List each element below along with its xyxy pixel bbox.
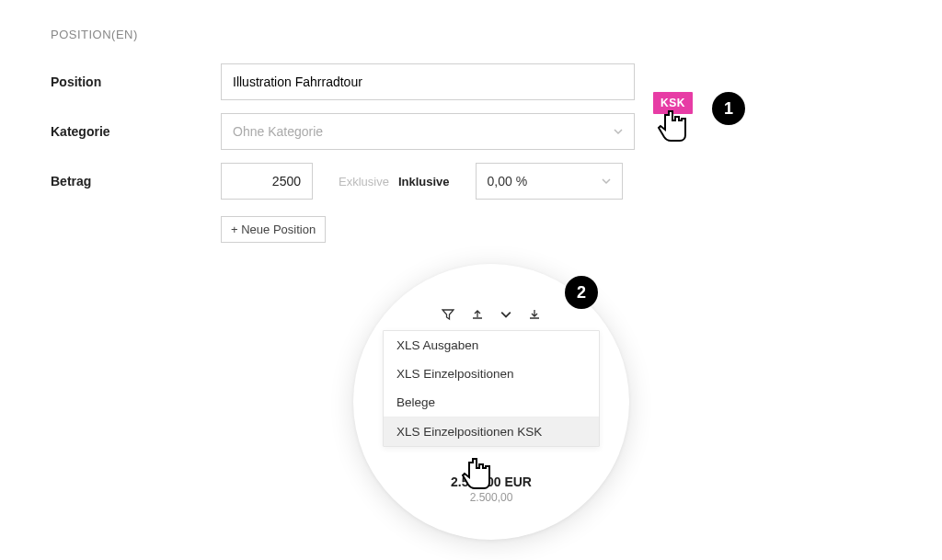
menu-item-xls-ausgaben[interactable]: XLS Ausgaben: [384, 331, 599, 360]
menu-item-xls-ksk[interactable]: XLS Einzelpositionen KSK: [384, 417, 599, 446]
total-primary: 2.500,00 EUR: [383, 474, 600, 489]
annotation-step-2: 2: [565, 276, 598, 309]
filter-icon[interactable]: [442, 308, 454, 321]
chevron-down-icon: [602, 174, 611, 189]
download-icon[interactable]: [528, 308, 541, 321]
tax-exclusive-toggle[interactable]: Exklusive: [339, 175, 389, 189]
section-header: POSITION(EN): [51, 28, 942, 41]
row-amount: Betrag Exklusive Inklusive 0,00 %: [51, 163, 942, 200]
row-add: + Neue Position: [221, 216, 942, 243]
label-position: Position: [51, 74, 221, 89]
annotation-step-1: 1: [712, 92, 745, 125]
total-secondary: 2.500,00: [383, 491, 600, 504]
chevron-down-icon[interactable]: [500, 309, 511, 320]
menu-item-xls-einzel[interactable]: XLS Einzelpositionen: [384, 360, 599, 388]
label-category: Kategorie: [51, 124, 221, 139]
row-position: Position: [51, 63, 942, 100]
position-input[interactable]: [221, 63, 635, 100]
add-position-button[interactable]: + Neue Position: [221, 216, 326, 243]
category-placeholder: Ohne Kategorie: [233, 124, 323, 139]
amount-input[interactable]: [221, 163, 313, 200]
menu-item-belege[interactable]: Belege: [384, 388, 599, 417]
totals: 2.500,00 EUR 2.500,00: [383, 474, 600, 504]
ksk-badge[interactable]: KSK: [653, 92, 693, 114]
export-toolbar: [383, 308, 600, 321]
label-amount: Betrag: [51, 174, 221, 189]
tax-percent-value: 0,00 %: [488, 174, 528, 189]
positions-panel: POSITION(EN) Position Kategorie Ohne Kat…: [0, 0, 942, 271]
export-menu: XLS Ausgaben XLS Einzelpositionen Belege…: [383, 330, 600, 447]
tax-percent-select[interactable]: 0,00 %: [476, 163, 623, 200]
tax-inclusive-toggle[interactable]: Inklusive: [398, 175, 450, 189]
upload-icon[interactable]: [471, 308, 484, 321]
chevron-down-icon: [614, 124, 623, 139]
category-select[interactable]: Ohne Kategorie: [221, 113, 635, 150]
row-category: Kategorie Ohne Kategorie: [51, 113, 942, 150]
